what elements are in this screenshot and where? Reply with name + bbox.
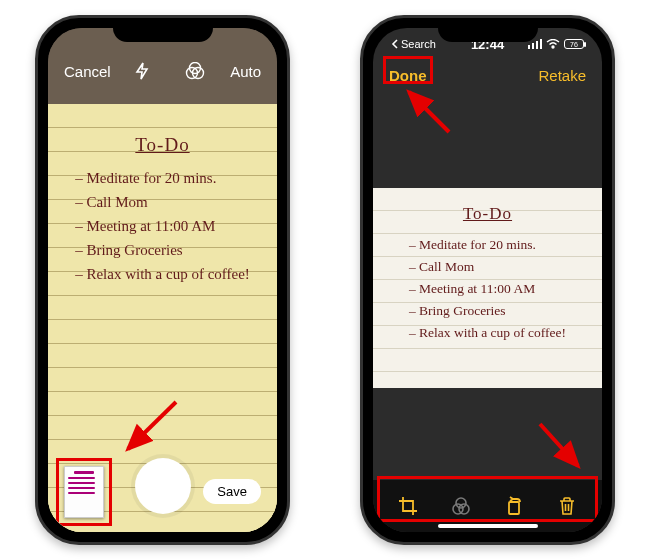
svg-line-9 bbox=[409, 92, 449, 132]
note-item: Bring Groceries bbox=[75, 238, 250, 262]
notch bbox=[113, 18, 213, 42]
callout-arrow bbox=[401, 84, 461, 144]
wifi-icon bbox=[546, 39, 560, 49]
cancel-button[interactable]: Cancel bbox=[64, 63, 111, 80]
trash-icon[interactable] bbox=[552, 491, 582, 521]
note-item: Meditate for 20 mins. bbox=[409, 234, 566, 256]
svg-point-6 bbox=[459, 504, 469, 514]
note-item: Meditate for 20 mins. bbox=[75, 166, 250, 190]
save-button[interactable]: Save bbox=[203, 479, 261, 504]
scan-edit-view: Search 12:44 76 Done Retake To-Do Me bbox=[373, 28, 602, 532]
svg-line-10 bbox=[540, 424, 578, 466]
rotate-icon[interactable] bbox=[499, 491, 529, 521]
flash-icon[interactable] bbox=[135, 62, 149, 80]
note-item: Relax with a cup of coffee! bbox=[409, 322, 566, 344]
note-item: Relax with a cup of coffee! bbox=[75, 262, 250, 286]
note-title: To-Do bbox=[48, 134, 277, 156]
color-filter-icon[interactable] bbox=[446, 491, 476, 521]
scan-thumbnail[interactable] bbox=[64, 466, 104, 518]
callout-arrow bbox=[530, 416, 590, 476]
note-item: Meeting at 11:00 AM bbox=[75, 214, 250, 238]
battery-icon: 76 bbox=[564, 39, 584, 49]
home-indicator[interactable] bbox=[438, 524, 538, 528]
svg-point-4 bbox=[552, 46, 554, 48]
scanned-document[interactable]: To-Do Meditate for 20 mins. Call Mom Mee… bbox=[373, 188, 602, 388]
phone-left-mockup: Cancel Auto To-Do Meditate for 20 mins bbox=[35, 15, 290, 545]
note-title: To-Do bbox=[373, 204, 602, 224]
retake-button[interactable]: Retake bbox=[538, 67, 586, 84]
note-item: Call Mom bbox=[409, 256, 566, 278]
shutter-button[interactable] bbox=[135, 458, 191, 514]
crop-icon[interactable] bbox=[393, 491, 423, 521]
phone-right-mockup: Search 12:44 76 Done Retake To-Do Me bbox=[360, 15, 615, 545]
notch bbox=[438, 18, 538, 42]
note-item: Bring Groceries bbox=[409, 300, 566, 322]
note-item: Meeting at 11:00 AM bbox=[409, 278, 566, 300]
camera-top-bar: Cancel Auto bbox=[48, 56, 277, 86]
filter-icon[interactable] bbox=[185, 62, 205, 80]
back-to-search[interactable]: Search bbox=[391, 38, 436, 50]
scanner-live-view: Cancel Auto To-Do Meditate for 20 mins bbox=[48, 28, 277, 532]
svg-rect-8 bbox=[509, 502, 519, 514]
note-item: Call Mom bbox=[75, 190, 250, 214]
svg-point-7 bbox=[456, 498, 466, 508]
auto-button[interactable]: Auto bbox=[230, 63, 261, 80]
done-button[interactable]: Done bbox=[389, 67, 427, 84]
